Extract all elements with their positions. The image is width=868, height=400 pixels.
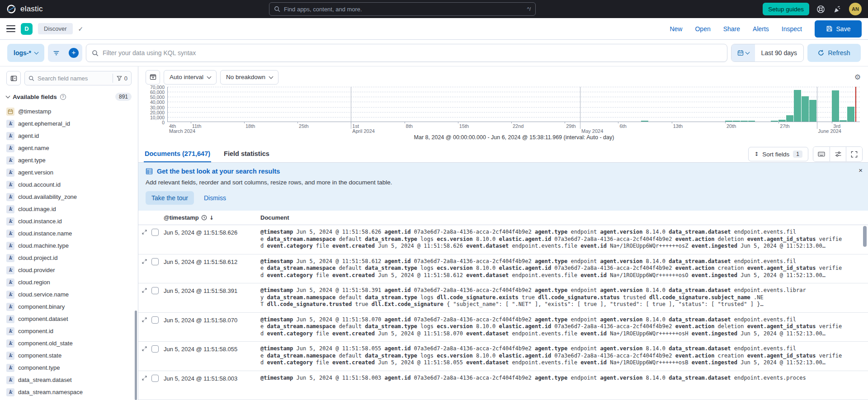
y-axis-tick-label: 10,000 (146, 115, 165, 120)
field-item[interactable]: kagent.id (6, 130, 138, 142)
open-button[interactable]: Open (695, 25, 710, 33)
field-search-input[interactable]: Search field names 0 (24, 71, 132, 85)
row-checkbox[interactable] (151, 229, 159, 236)
field-item[interactable]: kcloud.project.id (6, 252, 138, 264)
inspect-button[interactable]: Inspect (782, 25, 802, 33)
calendar-icon[interactable] (731, 44, 755, 61)
field-item[interactable]: kcomponent.id (6, 325, 138, 337)
breadcrumb[interactable]: Discover (38, 23, 73, 34)
chart-options-icon[interactable]: ⚙ (854, 73, 861, 81)
expand-document-icon[interactable] (142, 375, 147, 381)
expand-document-icon[interactable] (142, 317, 147, 323)
time-range-button[interactable]: Last 90 days (755, 49, 803, 56)
row-checkbox[interactable] (151, 258, 159, 265)
field-item[interactable]: kagent.version (6, 166, 138, 179)
field-item[interactable]: kcloud.provider (6, 264, 138, 276)
kql-query-input[interactable]: Filter your data using KQL syntax (86, 44, 727, 62)
x-axis-tick (297, 122, 298, 123)
field-item[interactable]: kcloud.image.id (6, 203, 138, 215)
sidebar-scrollbar[interactable] (135, 311, 137, 400)
global-search-input[interactable]: Find apps, content, and more. ^/ (269, 2, 536, 16)
field-item[interactable]: kagent.type (6, 154, 138, 166)
field-item[interactable]: kdata_stream.dataset (6, 374, 138, 386)
field-item[interactable]: kcloud.region (6, 276, 138, 288)
add-filter-button[interactable]: + (65, 44, 82, 62)
field-item[interactable]: kcloud.instance.name (6, 227, 138, 240)
row-checkbox[interactable] (151, 345, 159, 353)
field-item[interactable]: kcomponent.dataset (6, 313, 138, 325)
help-icon[interactable] (816, 4, 826, 14)
keyboard-icon[interactable] (813, 147, 830, 161)
chevron-down-icon (6, 94, 10, 99)
field-item[interactable]: kcloud.account.id (6, 179, 138, 191)
expand-document-icon[interactable] (142, 346, 147, 352)
field-item[interactable]: kcomponent.state (6, 349, 138, 362)
histogram-bar[interactable] (725, 121, 732, 122)
news-feed-icon[interactable] (832, 4, 843, 14)
histogram-bar[interactable] (794, 90, 801, 122)
filter-lines-icon[interactable] (48, 44, 65, 62)
breakdown-select[interactable]: No breakdown (220, 70, 278, 85)
histogram-bar[interactable] (771, 121, 778, 122)
available-fields-header[interactable]: Available fields ? 891 (6, 93, 138, 101)
histogram-bar[interactable] (809, 100, 816, 122)
histogram-bar[interactable] (802, 96, 809, 122)
alerts-button[interactable]: Alerts (753, 25, 769, 33)
histogram-bar[interactable] (748, 121, 755, 122)
tab-field-statistics[interactable]: Field statistics (223, 146, 270, 162)
take-the-tour-button[interactable]: Take the tour (146, 191, 194, 205)
histogram-bar[interactable] (832, 90, 839, 122)
row-checkbox[interactable] (151, 316, 159, 324)
row-checkbox[interactable] (151, 287, 159, 294)
field-type-filter-button[interactable]: 0 (113, 74, 127, 83)
field-item[interactable]: kagent.ephemeral_id (6, 118, 138, 130)
histogram-bar[interactable] (778, 120, 786, 122)
field-item[interactable]: kcloud.machine.type (6, 240, 138, 252)
tab-documents[interactable]: Documents (271,647) (144, 146, 211, 162)
new-button[interactable]: New (670, 25, 682, 33)
field-item[interactable]: kcomponent.binary (6, 301, 138, 313)
field-item[interactable]: kcomponent.old_state (6, 337, 138, 349)
user-avatar[interactable]: AN (849, 3, 862, 15)
dismiss-button[interactable]: Dismiss (204, 194, 226, 202)
field-item[interactable]: kcloud.service.name (6, 288, 138, 301)
keyword-field-icon: k (6, 364, 14, 372)
histogram-bar[interactable] (741, 121, 748, 122)
histogram-bar[interactable] (641, 121, 648, 122)
close-icon[interactable]: × (859, 166, 863, 174)
expand-document-icon[interactable] (142, 229, 147, 235)
sort-fields-button[interactable]: ↕ Sort fields 1 (748, 147, 808, 161)
refresh-button[interactable]: Refresh (807, 44, 861, 62)
data-view-picker[interactable]: logs-* (7, 44, 44, 62)
field-item[interactable]: kagent.name (6, 142, 138, 154)
table-scrollbar[interactable] (863, 226, 867, 247)
document-histogram[interactable]: May 2024June 20244thMarch 202411th18th25… (146, 85, 860, 132)
field-item[interactable]: kcloud.instance.id (6, 215, 138, 227)
histogram-bar[interactable] (847, 107, 854, 122)
timestamp-column-header[interactable]: @timestamp ↓ (164, 214, 260, 221)
field-item[interactable]: kcloud.availability_zone (6, 191, 138, 203)
interval-select[interactable]: Auto interval (164, 70, 217, 85)
histogram-bar[interactable] (733, 121, 740, 122)
expand-document-icon[interactable] (142, 287, 147, 293)
row-checkbox[interactable] (151, 375, 159, 382)
discover-app-icon[interactable]: D (21, 23, 33, 35)
setup-guides-button[interactable]: Setup guides (763, 3, 809, 15)
elastic-logo[interactable]: elastic (6, 4, 43, 14)
display-options-icon[interactable] (830, 147, 846, 161)
save-button[interactable]: Save (815, 20, 862, 38)
field-name: cloud.account.id (18, 181, 61, 188)
field-name: cloud.image.id (18, 206, 56, 212)
menu-icon[interactable] (6, 25, 15, 33)
expand-document-icon[interactable] (142, 259, 147, 264)
histogram-bar[interactable] (786, 115, 793, 122)
share-button[interactable]: Share (723, 25, 740, 33)
fullscreen-icon[interactable] (846, 147, 862, 161)
field-item[interactable]: kcomponent.type (6, 362, 138, 374)
collapse-sidebar-button[interactable] (6, 71, 21, 85)
histogram-bar[interactable] (840, 120, 847, 122)
field-item[interactable]: kdata_stream.namespace (6, 386, 138, 398)
row-timestamp: Jun 5, 2024 @ 11:51:58.626 (164, 229, 260, 254)
edit-visualization-icon[interactable] (146, 70, 160, 85)
field-item[interactable]: @timestamp (6, 105, 138, 118)
